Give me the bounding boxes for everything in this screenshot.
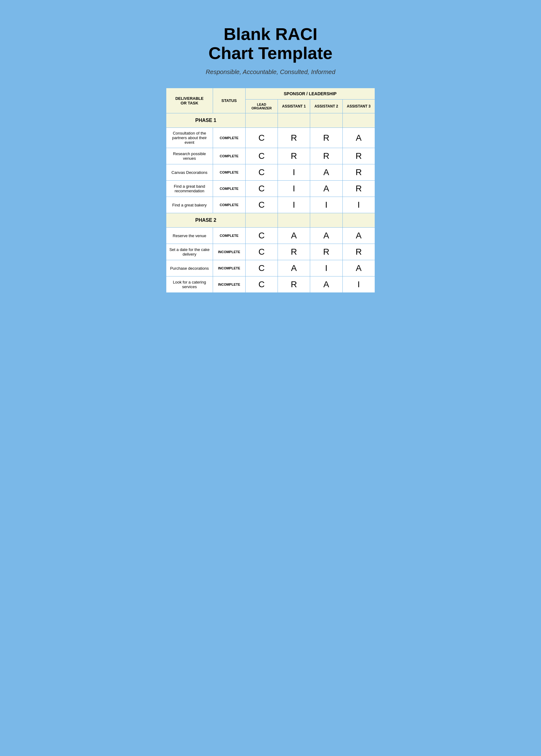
page-title: Blank RACIChart Template xyxy=(209,25,332,62)
a1-cell: I xyxy=(277,164,310,181)
status-header: STATUS xyxy=(213,88,245,114)
task-cell: Research possible venues xyxy=(166,148,213,164)
assistant3-header: ASSISTANT 3 xyxy=(342,100,375,114)
table-row: Canvas Decorations COMPLETE C I A R xyxy=(166,164,375,181)
a3-cell: A xyxy=(342,260,375,277)
status-cell: INCOMPLETE xyxy=(213,277,245,293)
task-cell: Set a date for the cake delivery xyxy=(166,244,213,260)
lead-cell: C xyxy=(245,164,277,181)
lead-cell: C xyxy=(245,148,277,164)
a2-cell: A xyxy=(310,277,342,293)
a1-cell: R xyxy=(277,244,310,260)
task-cell: Reserve the venue xyxy=(166,228,213,244)
header-row-top: DELIVERABLE OR TASK STATUS SPONSOR / LEA… xyxy=(166,88,375,100)
status-cell: COMPLETE xyxy=(213,197,245,213)
a3-cell: R xyxy=(342,148,375,164)
table-row: Purchase decorations INCOMPLETE C A I A xyxy=(166,260,375,277)
table-row: Reserve the venue COMPLETE C A A A xyxy=(166,228,375,244)
a2-cell: R xyxy=(310,148,342,164)
a2-cell: A xyxy=(310,164,342,181)
task-cell: Consultation of the partners about their… xyxy=(166,128,213,148)
a3-cell: A xyxy=(342,228,375,244)
table-row: Find a great band recommendation COMPLET… xyxy=(166,181,375,197)
lead-cell: C xyxy=(245,260,277,277)
phase1-label: PHASE 1 xyxy=(166,114,246,128)
table-row: Set a date for the cake delivery INCOMPL… xyxy=(166,244,375,260)
page-container: Blank RACIChart Template Responsible, Ac… xyxy=(154,12,387,311)
task-cell: Purchase decorations xyxy=(166,260,213,277)
table-row: Look for a catering services INCOMPLETE … xyxy=(166,277,375,293)
a1-cell: I xyxy=(277,181,310,197)
a3-cell: A xyxy=(342,128,375,148)
a3-cell: I xyxy=(342,197,375,213)
table-row: Research possible venues COMPLETE C R R … xyxy=(166,148,375,164)
a3-cell: R xyxy=(342,164,375,181)
a1-cell: R xyxy=(277,148,310,164)
a3-cell: I xyxy=(342,277,375,293)
a2-cell: A xyxy=(310,181,342,197)
status-cell: INCOMPLETE xyxy=(213,244,245,260)
a1-cell: R xyxy=(277,277,310,293)
lead-cell: C xyxy=(245,197,277,213)
a3-cell: R xyxy=(342,181,375,197)
task-cell: Find a great bakery xyxy=(166,197,213,213)
deliverable-header: DELIVERABLE OR TASK xyxy=(166,88,213,114)
status-cell: COMPLETE xyxy=(213,128,245,148)
lead-cell: C xyxy=(245,244,277,260)
phase1-row: PHASE 1 xyxy=(166,114,375,128)
assistant2-header: ASSISTANT 2 xyxy=(310,100,342,114)
lead-cell: C xyxy=(245,277,277,293)
lead-cell: C xyxy=(245,128,277,148)
status-cell: COMPLETE xyxy=(213,228,245,244)
a3-cell: R xyxy=(342,244,375,260)
lead-cell: C xyxy=(245,228,277,244)
status-cell: COMPLETE xyxy=(213,164,245,181)
a2-cell: A xyxy=(310,228,342,244)
lead-cell: C xyxy=(245,181,277,197)
raci-table: DELIVERABLE OR TASK STATUS SPONSOR / LEA… xyxy=(166,88,375,293)
assistant1-header: ASSISTANT 1 xyxy=(277,100,310,114)
task-cell: Find a great band recommendation xyxy=(166,181,213,197)
task-cell: Look for a catering services xyxy=(166,277,213,293)
phase2-row: PHASE 2 xyxy=(166,213,375,228)
task-cell: Canvas Decorations xyxy=(166,164,213,181)
subtitle: Responsible, Accountable, Consulted, Inf… xyxy=(206,69,335,76)
a2-cell: I xyxy=(310,197,342,213)
status-cell: INCOMPLETE xyxy=(213,260,245,277)
table-row: Consultation of the partners about their… xyxy=(166,128,375,148)
a1-cell: R xyxy=(277,128,310,148)
a1-cell: I xyxy=(277,197,310,213)
table-row: Find a great bakery COMPLETE C I I I xyxy=(166,197,375,213)
sponsor-header: SPONSOR / LEADERSHIP xyxy=(245,88,375,100)
a1-cell: A xyxy=(277,260,310,277)
a2-cell: I xyxy=(310,260,342,277)
lead-organizer-header: LEAD ORGANIZER xyxy=(245,100,277,114)
status-cell: COMPLETE xyxy=(213,181,245,197)
a2-cell: R xyxy=(310,244,342,260)
a1-cell: A xyxy=(277,228,310,244)
status-cell: COMPLETE xyxy=(213,148,245,164)
a2-cell: R xyxy=(310,128,342,148)
phase2-label: PHASE 2 xyxy=(166,213,246,228)
